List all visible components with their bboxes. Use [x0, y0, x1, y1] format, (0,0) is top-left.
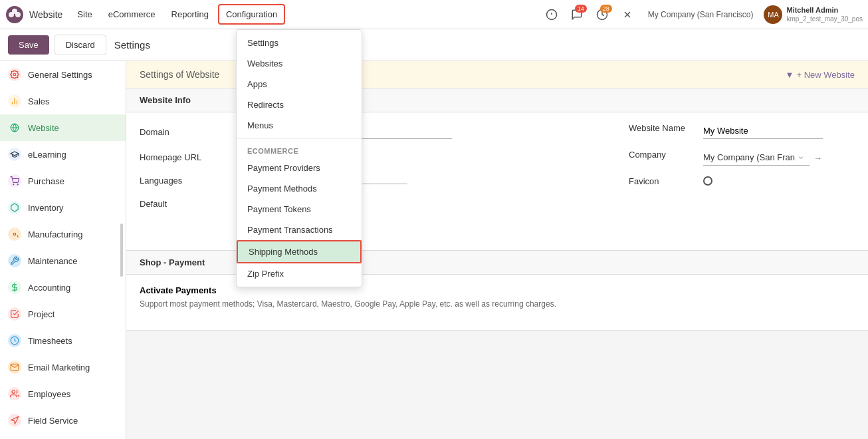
debug-icon[interactable] — [542, 5, 562, 25]
chat-icon[interactable]: 14 — [567, 5, 587, 25]
svg-point-18 — [12, 390, 15, 394]
navbar: Website Site eCommerce Reporting Configu… — [0, 0, 868, 29]
sidebar-label-maintenance: Maintenance — [28, 256, 77, 266]
scroll-indicator — [120, 223, 123, 277]
nav-ecommerce[interactable]: eCommerce — [102, 5, 162, 23]
app-name: Website — [29, 9, 62, 20]
company-selector[interactable]: My Company (San Francisco) — [643, 7, 759, 22]
sidebar-item-purchase[interactable]: Purchase — [0, 168, 126, 194]
manufacturing-icon — [8, 227, 21, 241]
project-icon — [8, 307, 21, 321]
sidebar-label-accounting: Accounting — [28, 283, 70, 293]
dropdown-item-payment-tokens[interactable]: Payment Tokens — [237, 199, 362, 220]
sidebar-item-employees[interactable]: Employees — [0, 380, 126, 407]
dropdown-item-apps[interactable]: Apps — [237, 74, 362, 94]
sidebar-item-elearning[interactable]: eLearning — [0, 141, 126, 168]
sidebar-label-inventory: Inventory — [28, 203, 63, 213]
sidebar-item-email-marketing[interactable]: Email Marketing — [0, 354, 126, 380]
elearning-icon — [8, 148, 21, 161]
languages-label: Languages — [140, 172, 226, 186]
sidebar-item-general-settings[interactable]: General Settings — [0, 61, 126, 88]
sidebar-item-accounting[interactable]: Accounting — [0, 274, 126, 301]
sidebar-label-general-settings: General Settings — [28, 70, 92, 80]
sidebar-label-website: Website — [28, 123, 59, 133]
dropdown-item-redirects[interactable]: Redirects — [237, 94, 362, 115]
svg-marker-19 — [11, 416, 19, 424]
sidebar-label-employees: Employees — [28, 389, 70, 399]
dropdown-item-settings[interactable]: Settings — [237, 33, 362, 53]
accounting-icon — [8, 281, 21, 294]
website-icon — [8, 121, 21, 134]
svg-point-15 — [13, 233, 16, 235]
dropdown-item-payment-transactions[interactable]: Payment Transactions — [237, 220, 362, 240]
favicon-label: Favicon — [629, 176, 695, 186]
dropdown-item-shipping-methods[interactable]: Shipping Methods — [237, 240, 362, 263]
right-form-block: Website Name Company My Company (San Fra… — [602, 123, 855, 239]
svg-point-3 — [12, 9, 17, 14]
dropdown-item-websites[interactable]: Websites — [237, 53, 362, 74]
maintenance-icon — [8, 254, 21, 267]
sidebar-item-maintenance[interactable]: Maintenance — [0, 247, 126, 274]
website-name-input[interactable] — [703, 123, 823, 139]
dropdown-item-payment-providers[interactable]: Payment Providers — [237, 158, 362, 178]
activate-desc: Support most payment methods; Visa, Mast… — [140, 298, 556, 310]
dropdown-item-payment-methods[interactable]: Payment Methods — [237, 178, 362, 199]
nav-configuration[interactable]: Configuration — [218, 4, 285, 25]
sidebar-label-project: Project — [28, 309, 54, 319]
favicon-value — [703, 176, 712, 188]
save-button[interactable]: Save — [8, 35, 49, 55]
nav-site[interactable]: Site — [70, 5, 98, 23]
user-sub: kmp_2_test_may_30_pos — [786, 15, 863, 23]
company-row: Company My Company (San Fran → — [629, 150, 855, 166]
company-value: My Company (San Fran → — [703, 150, 822, 166]
nav-reporting[interactable]: Reporting — [165, 5, 215, 23]
homepage-url-label: Homepage URL — [140, 148, 226, 162]
user-info: Mitchell Admin kmp_2_test_may_30_pos — [786, 5, 863, 23]
company-dropdown[interactable]: My Company (San Fran — [703, 150, 810, 166]
domain-label: Domain — [140, 123, 226, 137]
activate-payments-row: Activate Payments Support most payment m… — [140, 285, 855, 310]
sidebar-item-project[interactable]: Project — [0, 301, 126, 327]
svg-point-7 — [13, 73, 16, 76]
company-external-link[interactable]: → — [814, 153, 822, 163]
dropdown-divider — [237, 138, 362, 139]
action-bar: Save Discard Settings — [0, 29, 868, 61]
sidebar-item-inventory[interactable]: Inventory — [0, 194, 126, 221]
sidebar-item-field-service[interactable]: Field Service — [0, 407, 126, 434]
dropdown-item-menus[interactable]: Menus — [237, 115, 362, 136]
discard-button[interactable]: Discard — [54, 35, 106, 55]
page-title: Settings — [114, 39, 150, 51]
sidebar-label-purchase: Purchase — [28, 176, 64, 186]
field-service-icon — [8, 414, 21, 427]
clock-badge: 28 — [600, 5, 612, 13]
new-website-button[interactable]: ▼ + New Website — [786, 70, 855, 80]
sidebar-label-field-service: Field Service — [28, 416, 78, 426]
sidebar-item-manufacturing[interactable]: Manufacturing — [0, 221, 126, 247]
sidebar-label-sales: Sales — [28, 96, 50, 106]
inventory-icon — [8, 201, 21, 214]
svg-point-13 — [13, 184, 14, 185]
clock-icon[interactable]: 28 — [592, 5, 612, 25]
favicon-circle — [703, 176, 712, 186]
dropdown-section-ecommerce: eCommerce — [237, 142, 362, 158]
close-icon[interactable] — [617, 5, 637, 25]
general-settings-icon — [8, 68, 21, 81]
sidebar-item-website[interactable]: Website — [0, 114, 126, 141]
sidebar-item-timesheets[interactable]: Timesheets — [0, 327, 126, 354]
svg-point-0 — [6, 6, 23, 23]
default-label: Default — [140, 195, 226, 209]
sidebar-item-sales[interactable]: Sales — [0, 88, 126, 114]
user-menu[interactable]: MA Mitchell Admin kmp_2_test_may_30_pos — [764, 5, 863, 24]
dropdown-item-zip-prefix[interactable]: Zip Prefix — [237, 263, 362, 284]
sidebar-label-elearning: eLearning — [28, 150, 66, 160]
sidebar-label-manufacturing: Manufacturing — [28, 229, 82, 239]
purchase-icon — [8, 174, 21, 188]
email-marketing-icon — [8, 361, 21, 374]
user-name: Mitchell Admin — [786, 5, 863, 15]
chat-badge: 14 — [575, 5, 587, 13]
sidebar-label-timesheets: Timesheets — [28, 336, 72, 346]
website-name-label: Website Name — [629, 123, 695, 133]
activate-payments-block: Activate Payments Support most payment m… — [140, 285, 556, 310]
odoo-logo[interactable] — [5, 5, 24, 24]
nav-icons: 14 28 My Company (San Francisco) MA Mitc… — [542, 5, 863, 25]
